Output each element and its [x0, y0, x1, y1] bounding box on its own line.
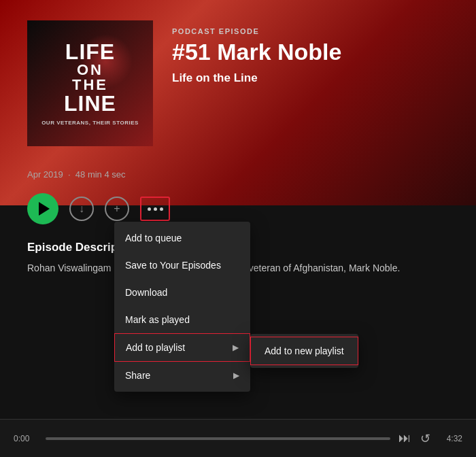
- submenu-popup: Add to new playlist: [250, 334, 358, 368]
- menu-item-save-episodes[interactable]: Save to Your Episodes: [114, 252, 250, 279]
- podcast-label: PODCAST EPISODE: [172, 27, 341, 35]
- menu-item-add-to-queue-label: Add to queue: [125, 233, 182, 243]
- player-bar: 0:00 ⏭ ↺ 4:32: [0, 419, 476, 457]
- art-subtitle: OUR VETERANS, THEIR STORIES: [41, 120, 139, 126]
- more-options-button[interactable]: [140, 197, 170, 221]
- download-button[interactable]: ↓: [69, 197, 94, 221]
- play-icon: [39, 202, 50, 216]
- player-time-start: 0:00: [14, 434, 37, 443]
- menu-item-download-label: Download: [125, 287, 167, 298]
- art-line1: LIFE: [64, 41, 116, 63]
- player-controls-right: ⏭ ↺: [398, 431, 430, 446]
- album-text: LIFE ON THE LINE: [64, 41, 116, 114]
- download-icon: ↓: [79, 203, 84, 215]
- meta-info: Apr 2019 · 48 min 4 sec: [27, 165, 449, 180]
- album-art: LIFE ON THE LINE OUR VETERANS, THEIR STO…: [27, 20, 153, 146]
- menu-item-save-episodes-label: Save to Your Episodes: [125, 260, 221, 271]
- episode-info: PODCAST EPISODE #51 Mark Noble Life on t…: [172, 20, 341, 85]
- episode-title: #51 Mark Noble: [172, 39, 341, 65]
- dot1: [148, 207, 151, 211]
- menu-item-add-playlist-label: Add to playlist: [126, 342, 185, 353]
- menu-item-mark-played[interactable]: Mark as played: [114, 306, 250, 333]
- progress-bar[interactable]: [46, 437, 390, 440]
- episode-show: Life on the Line: [172, 71, 341, 85]
- skip-forward-icon[interactable]: ⏭: [398, 431, 411, 445]
- menu-item-share[interactable]: Share ▶: [114, 362, 250, 389]
- share-chevron: ▶: [233, 371, 239, 380]
- dot3: [160, 207, 163, 211]
- player-time-end: 4:32: [439, 434, 462, 443]
- art-line4: LINE: [64, 92, 116, 114]
- add-button[interactable]: +: [105, 197, 129, 221]
- playlist-chevron: ▶: [233, 343, 239, 352]
- play-button[interactable]: [27, 193, 58, 224]
- add-icon: +: [114, 203, 120, 215]
- menu-item-share-label: Share: [125, 370, 150, 381]
- repeat-icon[interactable]: ↺: [420, 431, 430, 446]
- controls: ↓ + Add to queue Save to Your Episodes D…: [27, 193, 449, 224]
- menu-item-mark-played-label: Mark as played: [125, 314, 190, 325]
- art-line2: ON: [64, 63, 116, 78]
- episode-header: LIFE ON THE LINE OUR VETERANS, THEIR STO…: [27, 20, 449, 146]
- dot2: [154, 207, 157, 211]
- dropdown-menu: Add to queue Save to Your Episodes Downl…: [114, 222, 250, 392]
- submenu-item-new-playlist[interactable]: Add to new playlist: [250, 337, 358, 365]
- menu-item-add-to-queue[interactable]: Add to queue: [114, 224, 250, 252]
- meta-duration: 48 min 4 sec: [75, 169, 126, 180]
- meta-date: Apr 2019: [27, 169, 63, 180]
- menu-item-download[interactable]: Download: [114, 279, 250, 306]
- art-line3: THE: [64, 78, 116, 92]
- menu-item-add-playlist[interactable]: Add to playlist ▶ Add to new playlist: [114, 333, 250, 362]
